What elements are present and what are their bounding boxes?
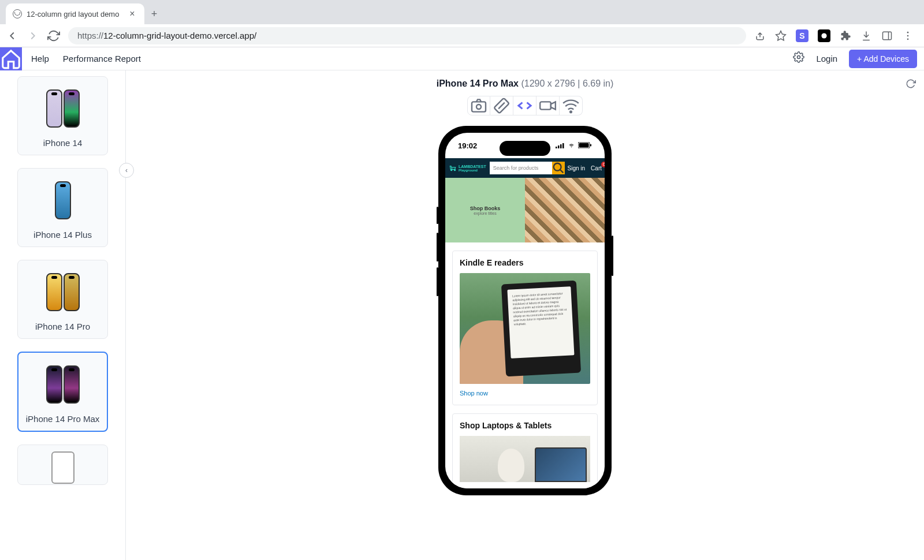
new-tab-button[interactable]: + — [144, 3, 164, 24]
forward-button[interactable] — [27, 29, 39, 42]
hero-image — [525, 178, 605, 242]
screenshot-icon[interactable] — [467, 96, 490, 115]
mobile-logo[interactable]: LAMBDATESTPlayground — [445, 164, 490, 172]
back-button[interactable] — [6, 29, 18, 42]
svg-rect-15 — [560, 144, 562, 148]
mobile-hero-banner[interactable]: Shop Books explore titles — [445, 178, 605, 242]
card-image[interactable] — [460, 436, 590, 482]
device-thumbnail — [44, 85, 82, 132]
cart-badge: 0 — [601, 162, 605, 167]
svg-rect-13 — [556, 147, 557, 148]
home-button[interactable] — [0, 47, 22, 70]
device-card-iphone-14-pro[interactable]: iPhone 14 Pro — [17, 260, 108, 339]
mobile-site-header: LAMBDATESTPlayground Search for products… — [445, 158, 605, 178]
login-link[interactable]: Login — [816, 54, 837, 64]
app-topbar: Help Performance Report Login + Add Devi… — [0, 47, 924, 70]
device-card-iphone-14-pro-max[interactable]: iPhone 14 Pro Max — [17, 352, 108, 432]
extensions-icon[interactable] — [840, 30, 851, 42]
device-thumbnail — [44, 177, 82, 224]
browser-tab[interactable]: 12-column grid layout demo × — [6, 3, 144, 24]
device-thumbnail — [44, 361, 82, 408]
svg-point-4 — [907, 35, 909, 36]
card-title: Shop Laptops & Tablets — [460, 421, 590, 430]
device-side-button — [437, 207, 438, 224]
add-devices-button[interactable]: + Add Devices — [849, 50, 917, 68]
device-side-button — [437, 233, 438, 262]
star-icon[interactable] — [775, 30, 787, 42]
sidebar-collapse-button[interactable]: ‹ — [119, 163, 134, 178]
svg-point-12 — [570, 111, 572, 113]
kebab-menu-icon[interactable] — [902, 30, 914, 42]
device-screen[interactable]: 19:02 LAMBDATESTPlayground — [445, 133, 605, 488]
svg-rect-19 — [590, 144, 591, 146]
device-card-next[interactable] — [17, 445, 108, 485]
device-info-header: iPhone 14 Pro Max (1290 x 2796 | 6.69 in… — [137, 79, 912, 89]
product-card-kindle: Kindle E readers Lorem ipsum dolor sit a… — [452, 251, 598, 405]
device-thumbnail — [44, 453, 82, 482]
globe-icon — [13, 9, 22, 18]
device-sidebar: iPhone 14 iPhone 14 Plus iPhone 14 Pro i… — [0, 70, 126, 560]
mobile-signin-link[interactable]: Sign in — [565, 165, 588, 171]
panel-icon[interactable] — [881, 30, 893, 42]
menu-performance-report[interactable]: Performance Report — [63, 54, 141, 64]
wifi-icon — [567, 141, 576, 150]
product-card-laptops: Shop Laptops & Tablets — [452, 413, 598, 488]
tab-title: 12-column grid layout demo — [27, 10, 122, 18]
url-input[interactable]: https://12-column-grid-layout-demo.verce… — [68, 27, 746, 44]
svg-rect-1 — [883, 32, 892, 39]
reload-button[interactable] — [47, 29, 60, 42]
record-icon[interactable] — [536, 96, 560, 115]
preview-toolbar — [137, 96, 912, 115]
dynamic-island — [500, 141, 550, 156]
svg-line-10 — [498, 103, 505, 109]
svg-point-3 — [907, 31, 909, 33]
mobile-cart-link[interactable]: Cart0 — [588, 165, 605, 171]
card-title: Kindle E readers — [460, 258, 590, 267]
svg-rect-18 — [579, 143, 589, 147]
search-icon[interactable] — [552, 162, 565, 174]
signal-icon — [556, 141, 565, 150]
url-text: 12-column-grid-layout-demo.vercel.app/ — [103, 31, 256, 40]
device-label: iPhone 14 Pro Max — [26, 414, 100, 424]
devtools-icon[interactable] — [513, 96, 536, 115]
svg-rect-11 — [540, 102, 551, 109]
kindle-graphic: Lorem ipsum dolor sit amet consectetur a… — [501, 281, 581, 377]
url-protocol: https:// — [77, 31, 103, 40]
network-icon[interactable] — [560, 96, 583, 115]
shop-now-link[interactable]: Shop now — [460, 390, 488, 397]
device-side-button — [437, 267, 438, 296]
refresh-icon[interactable] — [906, 79, 916, 91]
svg-rect-14 — [558, 145, 560, 148]
browser-tab-strip: 12-column grid layout demo × + — [0, 0, 924, 24]
device-label: iPhone 14 Pro — [35, 322, 90, 331]
share-icon[interactable] — [754, 30, 766, 42]
svg-point-22 — [553, 163, 561, 171]
mobile-search-input[interactable]: Search for products — [490, 162, 552, 174]
preview-canvas: iPhone 14 Pro Max (1290 x 2796 | 6.69 in… — [126, 70, 924, 560]
device-card-iphone-14[interactable]: iPhone 14 — [17, 76, 108, 155]
svg-point-0 — [821, 33, 826, 38]
card-image[interactable]: Lorem ipsum dolor sit amet consectetur a… — [460, 273, 590, 384]
download-icon[interactable] — [860, 30, 872, 42]
device-frame: 19:02 LAMBDATESTPlayground — [438, 126, 612, 495]
svg-rect-7 — [472, 102, 486, 111]
gear-icon[interactable] — [793, 51, 804, 66]
vase-graphic — [498, 449, 524, 482]
battery-icon — [578, 141, 592, 150]
rotate-icon[interactable] — [490, 96, 513, 115]
menu-help[interactable]: Help — [31, 54, 49, 64]
svg-point-8 — [476, 104, 481, 109]
device-label: iPhone 14 Plus — [33, 230, 92, 240]
svg-point-6 — [798, 56, 800, 59]
close-icon[interactable]: × — [127, 9, 137, 19]
extension-icon[interactable]: S — [796, 29, 808, 42]
status-time: 19:02 — [458, 141, 477, 150]
hero-text: Shop Books explore titles — [445, 178, 525, 242]
device-meta: (1290 x 2796 | 6.69 in) — [521, 79, 613, 88]
laptop-graphic — [535, 447, 587, 482]
device-side-button — [612, 236, 613, 276]
device-label: iPhone 14 — [43, 138, 83, 148]
extension-icon[interactable] — [818, 29, 830, 42]
svg-line-23 — [560, 170, 563, 173]
device-card-iphone-14-plus[interactable]: iPhone 14 Plus — [17, 168, 108, 247]
